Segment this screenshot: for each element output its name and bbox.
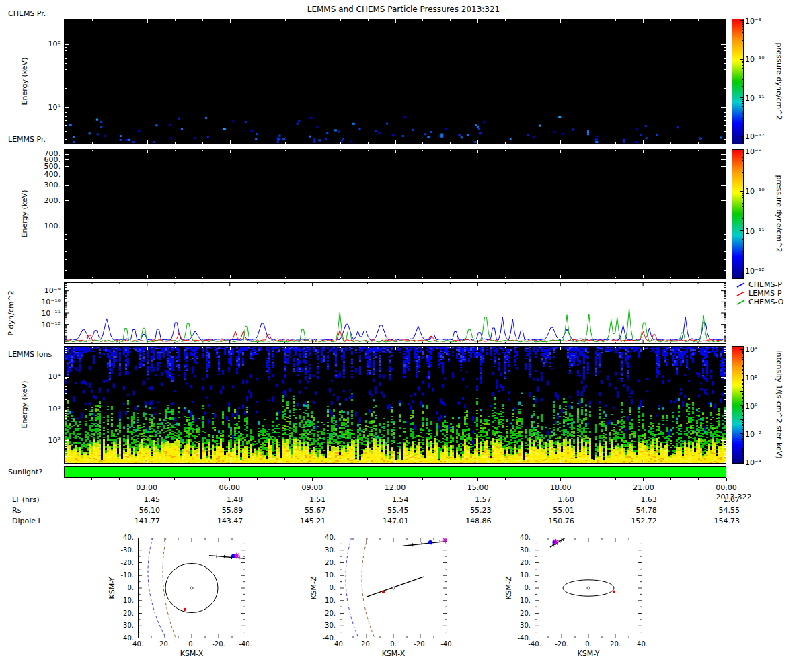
- colorbar-minor-tick: [742, 101, 743, 102]
- panel-label-lemms-ions: LEMMS Ions: [8, 350, 52, 359]
- orbit-y-tick-label: -30.: [504, 622, 531, 629]
- colorbar-tick-label: 10⁻⁴: [745, 458, 776, 467]
- colorbar-minor-tick: [742, 421, 743, 421]
- orbit-y-tick-label: 0.: [504, 584, 531, 591]
- y-axis-tick-label: 10³: [24, 405, 61, 413]
- colorbar-minor-tick: [742, 359, 743, 360]
- colorbar-minor-tick: [742, 155, 743, 155]
- time-minor-tick: [174, 478, 175, 480]
- colorbar-minor-tick: [742, 392, 743, 392]
- orbit-y-tick-label: 30.: [309, 546, 336, 554]
- colorbar-minor-tick: [742, 365, 743, 366]
- colorbar-minor-tick: [742, 179, 743, 179]
- time-minor-tick: [533, 478, 533, 480]
- colorbar-tick: [740, 151, 743, 151]
- colorbar-minor-tick: [742, 380, 743, 380]
- colorbar-minor-tick: [742, 429, 743, 430]
- orbit-y-tick-label: 10.: [107, 597, 134, 604]
- colorbar-minor-tick: [742, 357, 743, 358]
- colorbar-minor-tick: [742, 193, 743, 194]
- colorbar-minor-tick: [742, 106, 743, 107]
- colorbar-minor-tick: [742, 452, 743, 453]
- y-axis-tick-label: 10²: [24, 40, 61, 48]
- colorbar-minor-tick: [742, 212, 743, 212]
- page-title: LEMMS and CHEMS Particle Pressures 2013:…: [0, 5, 807, 14]
- orbit-x-tick-label: -40.: [434, 640, 461, 648]
- colorbar-minor-tick: [742, 40, 743, 41]
- colorbar-minor-tick: [742, 366, 743, 366]
- colorbar-minor-tick: [742, 409, 743, 409]
- time-tick: [229, 478, 230, 481]
- colorbar-minor-tick: [742, 410, 743, 411]
- colorbar-minor-tick: [742, 99, 743, 100]
- orbit1-x-axis-label: KSM-X: [138, 649, 245, 658]
- colorbar-minor-tick: [742, 411, 743, 412]
- colorbar-minor-tick: [742, 351, 743, 351]
- ephemeris-value: 147.01: [372, 517, 409, 526]
- colorbar-tick-label: 10⁻¹¹: [745, 94, 776, 103]
- orbit-y-tick-label: -30.: [309, 622, 336, 629]
- titan-orbit-edge: [367, 577, 424, 597]
- colorbar-minor-tick: [742, 251, 743, 252]
- time-minor-tick: [422, 478, 423, 480]
- colorbar-minor-tick: [742, 454, 743, 454]
- y-axis-tick-label: 10⁻¹²: [24, 321, 61, 329]
- colorbar-minor-tick: [742, 140, 743, 141]
- orbit-y-tick-label: -20.: [107, 559, 134, 566]
- colorbar-minor-tick: [742, 407, 743, 408]
- time-tick: [643, 478, 644, 481]
- time-tick: [726, 478, 727, 481]
- colorbar-tick: [740, 136, 743, 137]
- orbit-y-tick-label: 40.: [107, 634, 134, 642]
- cassini-mimi-summary-screen: { "title": "LEMMS and CHEMS Particle Pre…: [0, 0, 807, 672]
- orbit-x-tick-label: -20.: [548, 640, 575, 648]
- colorbar-minor-tick: [742, 24, 743, 25]
- colorbar-minor-tick: [742, 86, 743, 87]
- y-axis-tick-label: 10⁴: [24, 372, 61, 381]
- legend-label-chems-p: CHEMS-P: [748, 280, 782, 289]
- lemms-pressure-spectrogram-canvas: [65, 150, 726, 278]
- colorbar-minor-tick: [742, 75, 743, 75]
- colorbar-minor-tick: [742, 125, 743, 126]
- colorbar-tick: [740, 59, 743, 60]
- colorbar-minor-tick: [742, 200, 743, 200]
- colorbar-minor-tick: [742, 239, 743, 240]
- orbit-y-tick-label: 20.: [107, 610, 134, 617]
- colorbar-minor-tick: [742, 352, 743, 353]
- orbit-y-tick-label: 0.: [107, 584, 134, 591]
- colorbar-minor-tick: [742, 436, 743, 437]
- spacecraft-trajectory: [404, 541, 447, 546]
- time-minor-tick: [202, 478, 202, 480]
- y-axis-tick-label: 500.: [24, 162, 61, 171]
- colorbar-minor-tick: [742, 61, 743, 62]
- colorbar-minor-tick: [742, 384, 743, 385]
- ephemeris-value: 1.63: [620, 495, 657, 504]
- ephemeris-value: 1.48: [206, 495, 243, 504]
- orbit-y-tick-label: -40.: [309, 634, 336, 642]
- spacecraft-marker: [428, 540, 432, 544]
- colorbar-tick-label: 10⁻¹⁰: [745, 187, 776, 196]
- sunlight-indicator-bar: [64, 466, 726, 478]
- orbit-x-tick-label: 0.: [178, 640, 205, 648]
- colorbar-minor-tick: [742, 36, 743, 36]
- colorbar-tick-label: 10⁰: [745, 402, 776, 411]
- time-tick: [312, 478, 313, 481]
- colorbar-minor-tick: [742, 274, 743, 275]
- orbit-y-tick-label: 10.: [309, 571, 336, 579]
- orbit-y-tick-label: -20.: [504, 610, 531, 617]
- orbit-plot-orbit_ksmx_ksmy: [138, 538, 245, 638]
- colorbar-minor-tick: [742, 138, 743, 139]
- colorbar-minor-tick: [742, 353, 743, 354]
- orbit-x-tick-label: -20.: [407, 640, 434, 648]
- y-axis-tick-label: 300.: [24, 181, 61, 190]
- colorbar-minor-tick: [742, 364, 743, 364]
- colorbar-minor-tick: [742, 259, 743, 259]
- colorbar-minor-tick: [742, 206, 743, 207]
- colorbar-minor-tick: [742, 172, 743, 173]
- colorbar-minor-tick: [742, 380, 743, 381]
- colorbar-minor-tick: [742, 29, 743, 30]
- colorbar-minor-tick: [742, 438, 743, 439]
- ephemeris-value: 145.21: [289, 517, 325, 526]
- colorbar-minor-tick: [742, 415, 743, 416]
- orbit-y-tick-label: -30.: [107, 546, 134, 554]
